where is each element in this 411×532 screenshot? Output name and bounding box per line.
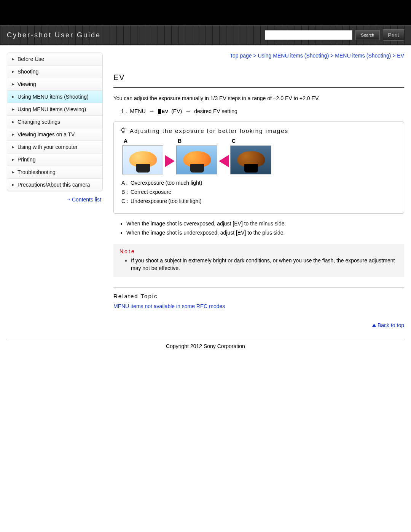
site-title: Cyber-shot User Guide <box>7 31 101 39</box>
chevron-right-icon: ▶ <box>12 145 14 149</box>
chevron-right-icon: ▶ <box>12 120 14 124</box>
legend-a-label: A : <box>121 180 131 186</box>
section-rule <box>113 287 404 288</box>
sample-label-a: A <box>124 138 127 144</box>
sidebar-item-label: Using with your computer <box>18 144 78 150</box>
breadcrumb-sep: > <box>252 53 258 59</box>
sidebar-item-label: Precautions/About this camera <box>18 182 90 188</box>
sidebar-item-label: Troubleshooting <box>18 169 56 175</box>
sidebar-item-printing[interactable]: ▶Printing <box>7 153 102 166</box>
step-number: 1 . <box>121 108 127 114</box>
step-ev-paren: (EV) <box>171 108 182 114</box>
contents-list-link[interactable]: Contents list <box>72 197 101 203</box>
sidebar-item-label: Changing settings <box>18 119 60 125</box>
main-content: Top page > Using MENU items (Shooting) >… <box>103 53 404 331</box>
sample-label-c: C <box>232 138 236 144</box>
breadcrumb-current: EV <box>397 53 404 59</box>
print-button[interactable]: Print <box>383 29 404 41</box>
arrow-left-pink-icon <box>219 155 229 167</box>
chevron-right-icon: ▶ <box>12 133 14 136</box>
related-topic-title: Related Topic <box>113 293 404 299</box>
sidebar-item-label: Shooting <box>18 69 38 75</box>
chevron-right-icon: ▶ <box>12 158 14 161</box>
chevron-right-icon: ▶ <box>12 95 14 99</box>
note-item: If you shoot a subject in extremely brig… <box>131 257 398 272</box>
chevron-right-icon: ▶ <box>12 57 14 61</box>
adjustment-bullets: When the image shot is overexposed, adju… <box>126 220 404 237</box>
title-rule <box>113 87 404 88</box>
bullet-item: When the image shot is underexposed, adj… <box>126 229 404 236</box>
sample-thumb-correct <box>176 145 217 174</box>
step-desired: desired EV setting <box>194 108 237 114</box>
sidebar-item-label: Viewing <box>18 81 36 87</box>
arrow-right-icon: → <box>149 108 155 115</box>
sidebar-item-menu-viewing[interactable]: ▶Using MENU items (Viewing) <box>7 103 102 116</box>
related-topic-link[interactable]: MENU items not available in some REC mod… <box>113 303 225 309</box>
sidebar-item-label: Viewing images on a TV <box>18 131 75 137</box>
sidebar-item-viewing[interactable]: ▶Viewing <box>7 78 102 91</box>
step-menu-label: MENU <box>130 108 146 114</box>
page-title: EV <box>113 73 404 82</box>
back-to-top-wrap: Back to top <box>113 322 404 328</box>
back-to-top-link[interactable]: Back to top <box>378 322 404 328</box>
bullet-item: When the image shot is overexposed, adju… <box>126 220 404 227</box>
sample-images: A B C <box>122 138 398 174</box>
sidebar-item-shooting[interactable]: ▶Shooting <box>7 66 102 78</box>
tip-title: Adjusting the exposure for better lookin… <box>130 128 288 134</box>
sample-thumb-overexposed <box>122 145 163 174</box>
sidebar-item-label: Using MENU items (Viewing) <box>18 106 86 112</box>
note-box: Note If you shoot a subject in extremely… <box>113 244 404 278</box>
sidebar-item-menu-shooting[interactable]: ▶Using MENU items (Shooting) <box>7 91 102 103</box>
sidebar-item-viewing-tv[interactable]: ▶Viewing images on a TV <box>7 128 102 141</box>
breadcrumb: Top page > Using MENU items (Shooting) >… <box>113 53 404 59</box>
svg-line-5 <box>121 128 121 128</box>
sidebar-item-changing-settings[interactable]: ▶Changing settings <box>7 116 102 128</box>
legend-b-label: B : <box>121 189 131 195</box>
breadcrumb-link[interactable]: Top page <box>230 53 252 59</box>
chevron-right-icon: ▶ <box>12 70 14 73</box>
tip-box: Adjusting the exposure for better lookin… <box>113 121 404 214</box>
chevron-right-icon: ▶ <box>12 82 14 86</box>
header-bar: Cyber-shot User Guide Search Print <box>0 25 411 45</box>
arrow-right-pink-icon <box>165 155 175 167</box>
lightbulb-icon <box>120 127 127 134</box>
svg-line-6 <box>125 128 126 128</box>
svg-point-0 <box>122 128 125 132</box>
arrow-right-icon: → <box>185 108 191 115</box>
chevron-right-icon: ▶ <box>12 107 14 111</box>
sidebar-item-before-use[interactable]: ▶Before Use <box>7 53 102 66</box>
sidebar-nav: ▶Before Use ▶Shooting ▶Viewing ▶Using ME… <box>7 53 103 191</box>
ev-icon: EV <box>158 109 168 114</box>
arrow-right-icon: → <box>66 197 70 203</box>
search-button[interactable]: Search <box>355 30 380 40</box>
sample-thumb-underexposed <box>230 145 271 174</box>
sample-legend: A :Overexposure (too much light) B :Corr… <box>120 180 398 204</box>
legend-a-text: Overexposure (too much light) <box>131 180 202 186</box>
breadcrumb-sep: > <box>329 53 335 59</box>
svg-rect-1 <box>123 132 124 133</box>
breadcrumb-link[interactable]: Using MENU items (Shooting) <box>258 53 329 59</box>
chevron-right-icon: ▶ <box>12 170 14 174</box>
sidebar-item-label: Using MENU items (Shooting) <box>18 94 89 100</box>
intro-text: You can adjust the exposure manually in … <box>113 94 404 102</box>
contents-list-wrap: →Contents list <box>7 191 103 203</box>
top-black-bar <box>0 0 411 25</box>
header-separator <box>0 45 411 46</box>
sidebar: ▶Before Use ▶Shooting ▶Viewing ▶Using ME… <box>7 53 103 331</box>
search-input[interactable] <box>265 30 352 40</box>
copyright: Copyright 2012 Sony Corporation <box>0 343 411 364</box>
sidebar-item-precautions[interactable]: ▶Precautions/About this camera <box>7 179 102 191</box>
sidebar-item-troubleshooting[interactable]: ▶Troubleshooting <box>7 166 102 179</box>
sidebar-item-label: Before Use <box>18 56 44 62</box>
menu-step: 1 . MENU → EV (EV) → desired EV setting <box>121 108 404 115</box>
breadcrumb-link[interactable]: MENU items (Shooting) <box>335 53 391 59</box>
legend-c-label: C : <box>121 198 131 204</box>
breadcrumb-sep: > <box>391 53 397 59</box>
sidebar-item-computer[interactable]: ▶Using with your computer <box>7 141 102 153</box>
sample-label-b: B <box>178 138 182 144</box>
sidebar-item-label: Printing <box>18 157 35 163</box>
note-title: Note <box>119 248 398 254</box>
chevron-right-icon: ▶ <box>12 183 14 187</box>
legend-b-text: Correct exposure <box>131 189 171 195</box>
triangle-up-icon <box>372 324 376 327</box>
